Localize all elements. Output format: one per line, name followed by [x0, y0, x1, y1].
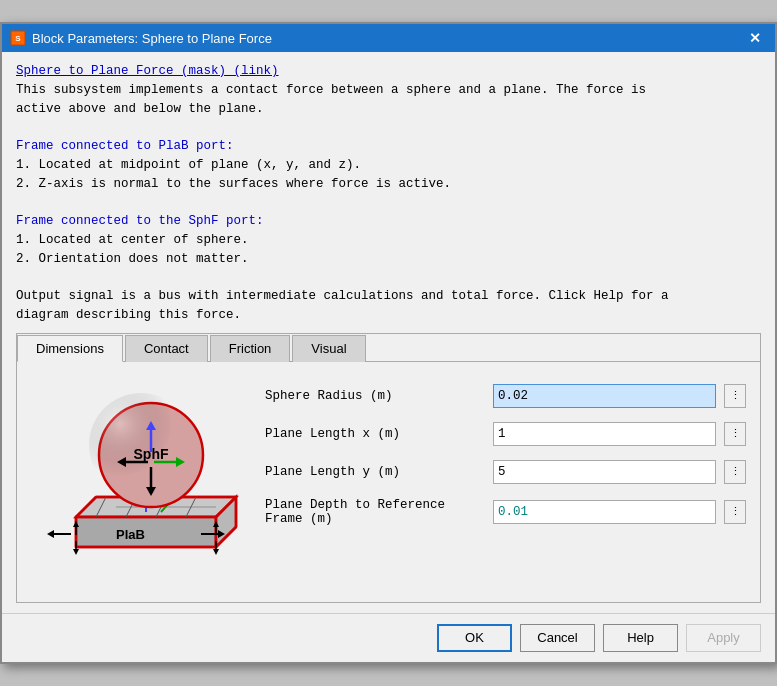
titlebar: S Block Parameters: Sphere to Plane Forc… — [2, 24, 775, 52]
field-label-3: Plane Depth to Reference Frame (m) — [265, 498, 485, 526]
field-row-0: Sphere Radius (m) ⋮ — [265, 384, 746, 408]
plane-length-y-dots-button[interactable]: ⋮ — [724, 460, 746, 484]
desc-sphf-1: 1. Located at center of sphere. — [16, 231, 761, 250]
desc-output2: diagram describing this force. — [16, 306, 761, 325]
svg-point-37 — [89, 393, 193, 497]
titlebar-left: S Block Parameters: Sphere to Plane Forc… — [10, 30, 272, 46]
tabs-header: Dimensions Contact Friction Visual — [17, 334, 760, 362]
tab-visual[interactable]: Visual — [292, 335, 365, 362]
plane-length-x-dots-button[interactable]: ⋮ — [724, 422, 746, 446]
field-row-2: Plane Length y (m) ⋮ — [265, 460, 746, 484]
svg-text:PlaB: PlaB — [116, 527, 145, 542]
svg-marker-3 — [76, 517, 216, 547]
bottom-buttons-area: OK Cancel Help Apply — [2, 613, 775, 662]
block-icon: S — [10, 30, 26, 46]
sphere-radius-dots-button[interactable]: ⋮ — [724, 384, 746, 408]
dialog-window: S Block Parameters: Sphere to Plane Forc… — [0, 22, 777, 664]
desc-plab-2: 2. Z-axis is normal to the surfaces wher… — [16, 175, 761, 194]
desc-plab-header: Frame connected to PlaB port: — [16, 137, 761, 156]
ok-button[interactable]: OK — [437, 624, 512, 652]
sphere-plane-diagram: PlaB — [36, 377, 246, 587]
plane-depth-dots-button[interactable]: ⋮ — [724, 500, 746, 524]
diagram-area: PlaB — [31, 376, 251, 588]
desc-plab-1: 1. Located at midpoint of plane (x, y, a… — [16, 156, 761, 175]
title-text: Block Parameters: Sphere to Plane Force — [32, 31, 272, 46]
field-label-0: Sphere Radius (m) — [265, 389, 485, 403]
tab-dimensions[interactable]: Dimensions — [17, 335, 123, 362]
desc-spacer1 — [16, 119, 761, 138]
mask-link[interactable]: Sphere to Plane Force (mask) (link) — [16, 64, 279, 78]
desc-spacer2 — [16, 194, 761, 213]
svg-marker-23 — [47, 530, 54, 538]
apply-button[interactable]: Apply — [686, 624, 761, 652]
svg-marker-35 — [213, 549, 219, 555]
desc-sphf-2: 2. Orientation does not matter. — [16, 250, 761, 269]
plane-length-y-input[interactable] — [493, 460, 716, 484]
desc-line1: This subsystem implements a contact forc… — [16, 81, 761, 100]
field-label-1: Plane Length x (m) — [265, 427, 485, 441]
cancel-button[interactable]: Cancel — [520, 624, 595, 652]
field-label-2: Plane Length y (m) — [265, 465, 485, 479]
plane-depth-input[interactable] — [493, 500, 716, 524]
main-content: Sphere to Plane Force (mask) (link) This… — [2, 52, 775, 613]
desc-link-line: Sphere to Plane Force (mask) (link) — [16, 62, 761, 81]
sphere-radius-input[interactable] — [493, 384, 716, 408]
desc-spacer3 — [16, 269, 761, 288]
help-button[interactable]: Help — [603, 624, 678, 652]
plane-length-x-input[interactable] — [493, 422, 716, 446]
close-button[interactable]: ✕ — [743, 29, 767, 47]
desc-output1: Output signal is a bus with intermediate… — [16, 287, 761, 306]
svg-text:S: S — [15, 34, 21, 43]
tab-dimensions-content: PlaB — [17, 362, 760, 602]
field-row-1: Plane Length x (m) ⋮ — [265, 422, 746, 446]
desc-line2: active above and below the plane. — [16, 100, 761, 119]
tabs-container: Dimensions Contact Friction Visual — [16, 333, 761, 603]
svg-marker-31 — [73, 549, 79, 555]
fields-area: Sphere Radius (m) ⋮ Plane Length x (m) ⋮… — [265, 376, 746, 588]
desc-sphf-header: Frame connected to the SphF port: — [16, 212, 761, 231]
description-area: Sphere to Plane Force (mask) (link) This… — [16, 62, 761, 325]
field-row-3: Plane Depth to Reference Frame (m) ⋮ — [265, 498, 746, 526]
tab-friction[interactable]: Friction — [210, 335, 291, 362]
tab-contact[interactable]: Contact — [125, 335, 208, 362]
